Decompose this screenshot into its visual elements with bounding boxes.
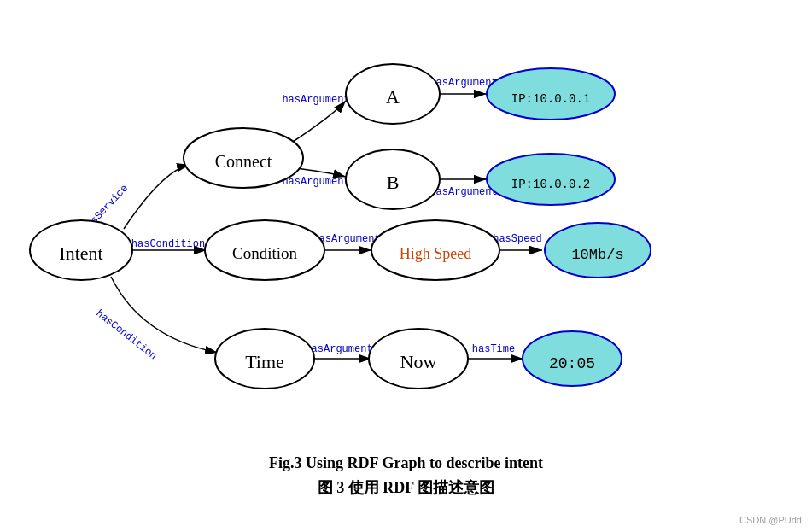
label-has-speed: hasSpeed: [493, 233, 542, 245]
node-now-label: Now: [400, 351, 437, 372]
caption-chinese: 图 3 使用 RDF 图描述意图: [0, 477, 812, 498]
node-condition-label: Condition: [232, 244, 298, 262]
label-connect-a: hasArgument: [282, 94, 349, 106]
node-ip2-label: IP:10.0.0.2: [511, 178, 590, 191]
label-has-condition: hasCondition: [131, 238, 205, 250]
node-highspeed-label: High Speed: [400, 245, 472, 262]
node-10mbs-label: 10Mb/s: [571, 247, 623, 263]
node-2005-label: 20:05: [549, 355, 595, 372]
label-time-argument: hasArgument: [305, 343, 372, 355]
label-connect-b: hasArgument: [282, 176, 349, 188]
label-has-condition2: hasCondition: [93, 307, 159, 362]
node-ip1-label: IP:10.0.0.1: [511, 92, 590, 106]
diagram-container: hasService hasArgument hasArgument hasAr…: [0, 0, 812, 532]
edge-has-service: [124, 165, 190, 229]
watermark: CSDN @PUdd: [739, 515, 802, 525]
node-a-label: A: [386, 86, 400, 108]
label-a-ip1: hasArgument: [429, 77, 497, 89]
label-b-ip2: hasArgument: [429, 186, 497, 198]
rdf-graph: hasService hasArgument hasArgument hasAr…: [0, 0, 812, 532]
caption-area: Fig.3 Using RDF Graph to describe intent…: [0, 454, 812, 498]
caption-english: Fig.3 Using RDF Graph to describe intent: [0, 454, 812, 472]
node-time-label: Time: [245, 351, 284, 372]
label-has-time: hasTime: [472, 343, 515, 355]
edge-connect-a: [290, 101, 346, 143]
node-connect-label: Connect: [215, 152, 272, 171]
node-intent-label: Intent: [59, 243, 102, 264]
node-b-label: B: [387, 172, 400, 193]
